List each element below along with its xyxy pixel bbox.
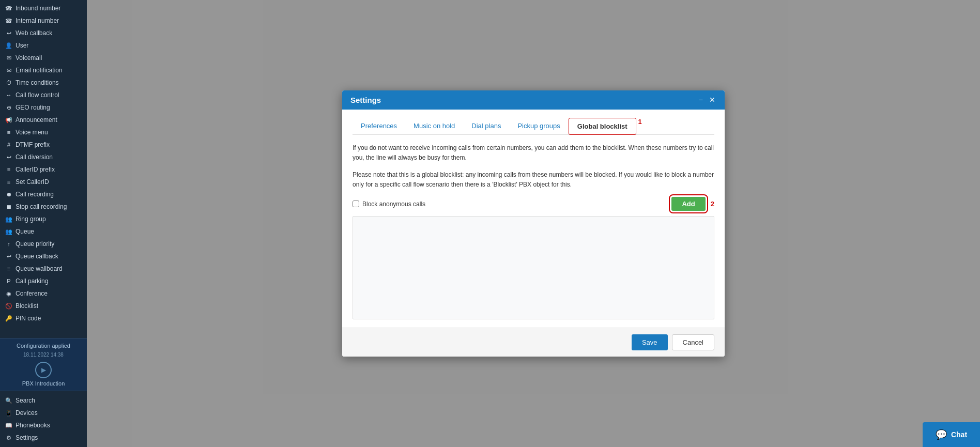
sidebar-item-pin-code[interactable]: 🔑PIN code bbox=[0, 312, 87, 325]
sidebar-item-queue-wallboard[interactable]: ≡Queue wallboard bbox=[0, 263, 87, 275]
sidebar-item-label: Ring group bbox=[16, 215, 46, 223]
call-flow-control-icon: ↔ bbox=[5, 91, 12, 99]
sidebar-item-geo-routing[interactable]: ⊕GEO routing bbox=[0, 101, 87, 114]
voicemail-icon: ✉ bbox=[5, 54, 12, 61]
sidebar-footer-item-settings[interactable]: ⚙Settings bbox=[0, 431, 87, 444]
phonebooks-icon: 📖 bbox=[5, 422, 12, 429]
sidebar-item-inbound-number[interactable]: ☎Inbound number bbox=[0, 2, 87, 14]
sidebar-item-label: Voice menu bbox=[16, 129, 48, 136]
tab-dial-plans[interactable]: Dial plans bbox=[463, 118, 509, 135]
sidebar-item-announcement[interactable]: 📢Announcement bbox=[0, 114, 87, 126]
add-button[interactable]: Add bbox=[671, 197, 705, 211]
sidebar-item-ring-group[interactable]: 👥Ring group bbox=[0, 213, 87, 225]
sidebar-footer-label: Phonebooks bbox=[16, 422, 50, 429]
sidebar-config-status: Configuration applied 18.11.2022 14:38 ▶… bbox=[0, 338, 87, 391]
sidebar-item-label: Queue bbox=[16, 228, 34, 235]
sidebar-item-label: Announcement bbox=[16, 116, 57, 124]
pin-code-icon: 🔑 bbox=[5, 315, 12, 322]
cancel-button[interactable]: Cancel bbox=[672, 334, 714, 350]
sidebar-item-call-recording[interactable]: ⏺Call recording bbox=[0, 188, 87, 201]
sidebar-item-label: Call parking bbox=[16, 278, 48, 285]
sidebar-item-call-parking[interactable]: PCall parking bbox=[0, 275, 87, 287]
tab-preferences[interactable]: Preferences bbox=[353, 118, 405, 135]
callerid-prefix-icon: ≡ bbox=[5, 166, 12, 173]
sidebar-footer: 🔍Search📱Devices📖Phonebooks⚙Settings bbox=[0, 391, 87, 447]
ring-group-icon: 👥 bbox=[5, 215, 12, 223]
annotation-2: 2 bbox=[711, 200, 714, 208]
geo-routing-icon: ⊕ bbox=[5, 104, 12, 111]
dtmf-prefix-icon: # bbox=[5, 141, 12, 148]
sidebar-item-label: Inbound number bbox=[16, 5, 60, 12]
sidebar-item-voice-menu[interactable]: ≡Voice menu bbox=[0, 126, 87, 138]
time-conditions-icon: ⏱ bbox=[5, 79, 12, 86]
add-btn-container: Add 2 bbox=[671, 197, 714, 211]
play-button[interactable]: ▶ bbox=[35, 362, 52, 378]
sidebar-item-label: Voicemail bbox=[16, 54, 42, 61]
description-1: If you do not want to receive incoming c… bbox=[353, 143, 714, 163]
sidebar-item-callerid-prefix[interactable]: ≡CallerID prefix bbox=[0, 163, 87, 176]
sidebar-item-email-notification[interactable]: ✉Email notification bbox=[0, 64, 87, 76]
sidebar-item-label: Call flow control bbox=[16, 91, 59, 99]
chat-button[interactable]: 💬 Chat bbox=[923, 422, 980, 447]
sidebar-item-user[interactable]: 👤User bbox=[0, 39, 87, 52]
modal-footer: Save Cancel bbox=[342, 328, 725, 357]
sidebar-footer-label: Settings bbox=[16, 434, 38, 441]
sidebar: ☎Inbound number☎Internal number↩Web call… bbox=[0, 0, 87, 447]
call-parking-icon: P bbox=[5, 278, 12, 285]
sidebar-item-blocklist[interactable]: 🚫Blocklist bbox=[0, 300, 87, 312]
modal-close-button[interactable]: ✕ bbox=[708, 96, 716, 103]
announcement-icon: 📢 bbox=[5, 116, 12, 124]
sidebar-item-web-callback[interactable]: ↩Web callback bbox=[0, 27, 87, 39]
sidebar-item-label: Web callback bbox=[16, 29, 52, 37]
sidebar-item-call-diversion[interactable]: ↩Call diversion bbox=[0, 151, 87, 163]
description-2: Please note that this is a global blockl… bbox=[353, 170, 714, 190]
sidebar-item-label: Time conditions bbox=[16, 79, 59, 86]
sidebar-item-queue-priority[interactable]: ↑Queue priority bbox=[0, 238, 87, 250]
main-content: Settings − ✕ Preferences Music on hold D… bbox=[87, 0, 980, 447]
voice-menu-icon: ≡ bbox=[5, 129, 12, 136]
sidebar-item-label: DTMF prefix bbox=[16, 141, 50, 148]
config-status-label: Configuration applied bbox=[5, 343, 82, 349]
modal-minimize-button[interactable]: − bbox=[698, 96, 704, 103]
sidebar-item-queue-callback[interactable]: ↩Queue callback bbox=[0, 250, 87, 263]
save-button[interactable]: Save bbox=[632, 334, 668, 350]
annotation-1: 1 bbox=[638, 118, 642, 134]
tab-music-on-hold[interactable]: Music on hold bbox=[405, 118, 463, 135]
sidebar-footer-item-phonebooks[interactable]: 📖Phonebooks bbox=[0, 419, 87, 431]
sidebar-footer-item-search[interactable]: 🔍Search bbox=[0, 394, 87, 407]
config-status-date: 18.11.2022 14:38 bbox=[5, 352, 82, 358]
sidebar-item-call-flow-control[interactable]: ↔Call flow control bbox=[0, 89, 87, 101]
modal-body: Preferences Music on hold Dial plans Pic… bbox=[342, 110, 725, 328]
sidebar-footer-item-devices[interactable]: 📱Devices bbox=[0, 407, 87, 419]
stop-call-recording-icon: ⏹ bbox=[5, 203, 12, 210]
sidebar-item-queue[interactable]: 👥Queue bbox=[0, 225, 87, 238]
block-anonymous-row: Block anonymous calls bbox=[353, 201, 425, 208]
queue-priority-icon: ↑ bbox=[5, 240, 12, 248]
modal-tabs: Preferences Music on hold Dial plans Pic… bbox=[353, 118, 714, 135]
tab-pickup-groups[interactable]: Pickup groups bbox=[509, 118, 568, 135]
blocklist-table-area bbox=[353, 216, 714, 319]
sidebar-footer-label: Devices bbox=[16, 409, 38, 417]
sidebar-item-voicemail[interactable]: ✉Voicemail bbox=[0, 52, 87, 64]
sidebar-item-internal-number[interactable]: ☎Internal number bbox=[0, 14, 87, 27]
settings-icon: ⚙ bbox=[5, 434, 12, 441]
sidebar-item-time-conditions[interactable]: ⏱Time conditions bbox=[0, 76, 87, 89]
sidebar-item-conference[interactable]: ◉Conference bbox=[0, 287, 87, 300]
block-anonymous-checkbox[interactable] bbox=[353, 201, 359, 207]
sidebar-item-label: Stop call recording bbox=[16, 203, 67, 210]
sidebar-item-dtmf-prefix[interactable]: #DTMF prefix bbox=[0, 138, 87, 151]
sidebar-item-label: Call recording bbox=[16, 191, 54, 198]
sidebar-item-label: CallerID prefix bbox=[16, 166, 55, 173]
queue-icon: 👥 bbox=[5, 228, 12, 235]
sidebar-footer-label: Search bbox=[16, 397, 35, 404]
sidebar-item-label: Blocklist bbox=[16, 302, 38, 310]
pbx-intro-label: PBX Introduction bbox=[22, 380, 65, 387]
inbound-number-icon: ☎ bbox=[5, 5, 12, 12]
sidebar-item-label: User bbox=[16, 42, 28, 49]
sidebar-item-set-callerid[interactable]: ≡Set CallerID bbox=[0, 176, 87, 188]
tab-global-blocklist[interactable]: Global blocklist bbox=[569, 118, 636, 135]
sidebar-item-label: Queue wallboard bbox=[16, 265, 63, 272]
modal-header: Settings − ✕ bbox=[342, 90, 725, 110]
sidebar-item-stop-call-recording[interactable]: ⏹Stop call recording bbox=[0, 201, 87, 213]
block-anonymous-label: Block anonymous calls bbox=[362, 201, 425, 208]
